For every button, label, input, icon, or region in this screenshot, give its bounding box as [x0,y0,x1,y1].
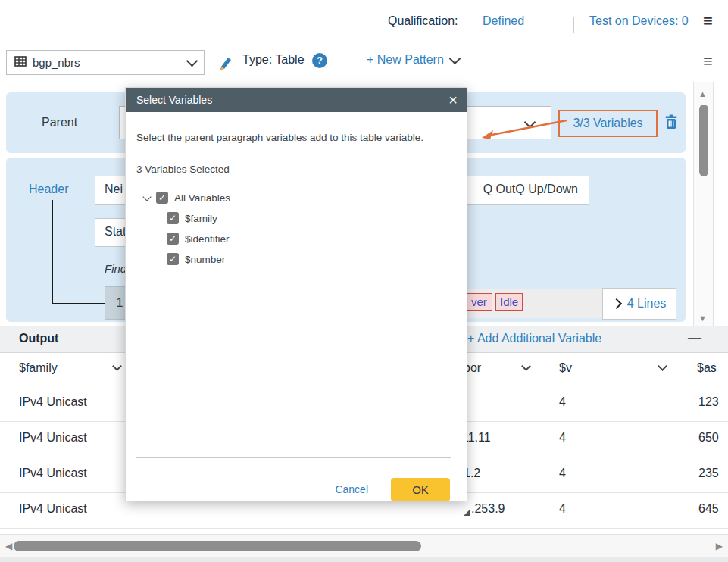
scroll-right-icon[interactable]: ▶ [716,541,723,551]
add-additional-variable-button[interactable]: + Add Additional Variable [467,332,601,345]
help-icon[interactable]: ? [312,53,327,68]
vertical-scrollbar[interactable]: ▲ ▼ [693,82,714,330]
header-label: Header [29,183,68,196]
cell-family: IPv4 Unicast [19,431,87,445]
type-label: Type: Table [242,53,305,67]
cell-family: IPv4 Unicast [19,502,87,516]
column-separator [686,386,686,422]
cell-v: 4 [559,395,566,409]
tree-item-identifier[interactable]: ✓ $identifier [167,230,230,247]
column-separator [686,422,686,457]
chevron-right-icon [611,298,622,309]
highlight-token-idle[interactable]: Idle [495,293,523,311]
column-separator [686,493,686,529]
tree-item-label: $family [185,213,217,224]
delete-trash-icon[interactable] [664,114,679,133]
tree-item-label: All Variables [174,192,230,204]
column-header-v[interactable]: $v [559,361,572,375]
scroll-left-icon[interactable]: ◀ [5,541,12,551]
chevron-down-icon [186,55,198,67]
ok-button[interactable]: OK [391,478,450,501]
cell-v: 4 [559,467,566,480]
cell-as: 645 [698,502,719,516]
cell-as: 123 [698,395,719,409]
new-pattern-chevron-icon[interactable] [449,53,461,65]
column-header-family[interactable]: $family [19,361,58,375]
checkbox-checked-icon[interactable]: ✓ [167,212,179,224]
table-grid-icon [14,56,27,70]
chevron-down-icon[interactable] [112,361,122,371]
horizontal-scrollbar[interactable]: ◀ ▶ [0,534,728,557]
topbar-divider [573,17,574,33]
test-on-devices-link[interactable]: Test on Devices: 0 [589,14,689,28]
tree-item-number[interactable]: ✓ $number [167,251,225,267]
close-icon[interactable]: × [448,92,458,108]
dialog-description: Select the parent paragraph variables ad… [136,132,423,143]
highlight-token-ver[interactable]: ver [467,293,492,311]
hamburger-menu-icon[interactable]: ≡ [703,11,713,31]
dialog-footer: Cancel OK [126,477,450,501]
new-pattern-button[interactable]: + New Pattern [367,53,444,67]
chevron-down-icon[interactable] [521,361,531,371]
top-bar: Qualification: Defined Test on Devices: … [0,0,728,44]
column-separator [686,353,686,386]
header-line-2-left-text: Stat [105,225,126,239]
edit-marker-icon [464,510,470,516]
cell-v: 4 [559,502,566,516]
column-separator [548,353,548,386]
cell-as: 650 [698,431,719,445]
pattern-toolbar: bgp_nbrs Type: Table ? + New Pattern ≡ [0,43,728,82]
checkbox-checked-icon[interactable]: ✓ [167,253,179,265]
cell-v: 4 [559,431,566,445]
parent-label: Parent [42,92,77,153]
cell-family: IPv4 Unicast [19,395,87,409]
qualification-label: Qualification: [388,14,458,28]
tree-connector-line [52,200,105,304]
chevron-down-icon[interactable] [142,192,151,201]
tree-item-label: $identifier [185,233,230,245]
pattern-name: bgp_nbrs [33,56,182,69]
toolbar-hamburger-menu-icon[interactable]: ≡ [703,52,713,71]
selected-count-label: 3 Variables Selected [136,164,230,175]
tree-item-all-variables[interactable]: ✓ All Variables [144,189,230,206]
cell-as: 235 [698,467,719,480]
cancel-button[interactable]: Cancel [335,483,368,495]
variables-tree: ✓ All Variables ✓ $family ✓ $identifier … [136,180,451,458]
cell-family: IPv4 Unicast [19,467,87,480]
expand-lines-button[interactable]: 4 Lines [602,288,676,320]
collapse-section-button[interactable]: — [688,330,701,346]
output-title: Output [19,332,58,345]
vertical-scrollbar-thumb[interactable] [699,105,708,176]
variables-count-button[interactable]: 3/3 Variables [558,110,658,137]
checkbox-checked-icon[interactable]: ✓ [167,233,179,245]
header-line-1-right-text: Q OutQ Up/Down [483,183,578,196]
lines-count-label: 4 Lines [627,297,667,311]
edit-pencil-icon[interactable] [215,55,232,74]
select-variables-dialog: Select Variables × Select the parent par… [125,87,467,501]
pattern-select-dropdown[interactable]: bgp_nbrs [6,50,205,75]
header-line-1-left-text: Nei [105,183,123,196]
qualification-value-link[interactable]: Defined [483,14,524,28]
column-header-as[interactable]: $as [697,361,717,375]
scroll-down-icon[interactable]: ▼ [698,314,707,323]
tree-item-label: $number [185,254,225,265]
chevron-down-icon[interactable] [658,361,667,371]
chevron-down-icon [524,117,536,129]
column-separator [686,457,686,493]
cell-neighbor: .253.9 [471,502,505,516]
app-window: Qualification: Defined Test on Devices: … [0,0,728,562]
tree-item-family[interactable]: ✓ $family [167,210,217,226]
horizontal-scrollbar-thumb[interactable] [14,541,421,551]
bottom-edge-strip [0,557,728,562]
scroll-up-icon[interactable]: ▲ [698,89,707,98]
checkbox-checked-icon[interactable]: ✓ [156,192,168,204]
dialog-title: Select Variables [136,94,448,106]
dialog-header[interactable]: Select Variables × [126,88,467,112]
